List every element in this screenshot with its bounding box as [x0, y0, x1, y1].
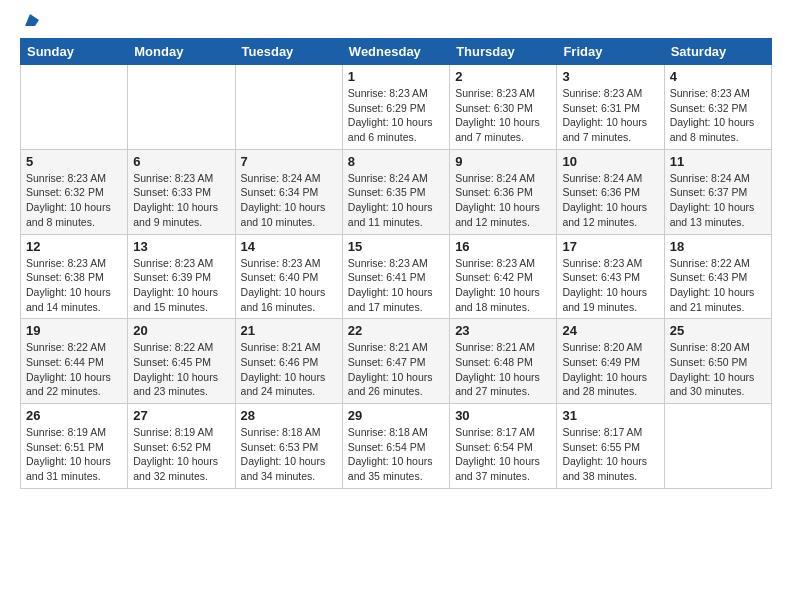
- weekday-header-saturday: Saturday: [664, 39, 771, 65]
- weekday-header-sunday: Sunday: [21, 39, 128, 65]
- day-info: Sunrise: 8:19 AM Sunset: 6:51 PM Dayligh…: [26, 425, 122, 484]
- day-number: 17: [562, 239, 658, 254]
- day-number: 23: [455, 323, 551, 338]
- weekday-header-wednesday: Wednesday: [342, 39, 449, 65]
- day-cell: 8Sunrise: 8:24 AM Sunset: 6:35 PM Daylig…: [342, 149, 449, 234]
- day-info: Sunrise: 8:17 AM Sunset: 6:55 PM Dayligh…: [562, 425, 658, 484]
- weekday-header-thursday: Thursday: [450, 39, 557, 65]
- day-cell: 13Sunrise: 8:23 AM Sunset: 6:39 PM Dayli…: [128, 234, 235, 319]
- day-info: Sunrise: 8:23 AM Sunset: 6:39 PM Dayligh…: [133, 256, 229, 315]
- day-number: 25: [670, 323, 766, 338]
- day-number: 1: [348, 69, 444, 84]
- day-number: 10: [562, 154, 658, 169]
- day-cell: 9Sunrise: 8:24 AM Sunset: 6:36 PM Daylig…: [450, 149, 557, 234]
- svg-marker-0: [25, 14, 39, 26]
- day-info: Sunrise: 8:23 AM Sunset: 6:40 PM Dayligh…: [241, 256, 337, 315]
- week-row-3: 12Sunrise: 8:23 AM Sunset: 6:38 PM Dayli…: [21, 234, 772, 319]
- day-cell: 25Sunrise: 8:20 AM Sunset: 6:50 PM Dayli…: [664, 319, 771, 404]
- day-number: 24: [562, 323, 658, 338]
- weekday-header-monday: Monday: [128, 39, 235, 65]
- day-cell: 18Sunrise: 8:22 AM Sunset: 6:43 PM Dayli…: [664, 234, 771, 319]
- day-number: 5: [26, 154, 122, 169]
- day-cell: 6Sunrise: 8:23 AM Sunset: 6:33 PM Daylig…: [128, 149, 235, 234]
- day-cell: 12Sunrise: 8:23 AM Sunset: 6:38 PM Dayli…: [21, 234, 128, 319]
- week-row-1: 1Sunrise: 8:23 AM Sunset: 6:29 PM Daylig…: [21, 65, 772, 150]
- day-info: Sunrise: 8:22 AM Sunset: 6:44 PM Dayligh…: [26, 340, 122, 399]
- day-number: 27: [133, 408, 229, 423]
- day-info: Sunrise: 8:23 AM Sunset: 6:42 PM Dayligh…: [455, 256, 551, 315]
- day-number: 28: [241, 408, 337, 423]
- day-info: Sunrise: 8:24 AM Sunset: 6:36 PM Dayligh…: [562, 171, 658, 230]
- day-cell: 17Sunrise: 8:23 AM Sunset: 6:43 PM Dayli…: [557, 234, 664, 319]
- day-number: 18: [670, 239, 766, 254]
- day-info: Sunrise: 8:21 AM Sunset: 6:48 PM Dayligh…: [455, 340, 551, 399]
- day-info: Sunrise: 8:24 AM Sunset: 6:36 PM Dayligh…: [455, 171, 551, 230]
- day-number: 16: [455, 239, 551, 254]
- week-row-4: 19Sunrise: 8:22 AM Sunset: 6:44 PM Dayli…: [21, 319, 772, 404]
- day-cell: 27Sunrise: 8:19 AM Sunset: 6:52 PM Dayli…: [128, 404, 235, 489]
- day-info: Sunrise: 8:23 AM Sunset: 6:31 PM Dayligh…: [562, 86, 658, 145]
- day-number: 8: [348, 154, 444, 169]
- day-cell: 26Sunrise: 8:19 AM Sunset: 6:51 PM Dayli…: [21, 404, 128, 489]
- day-cell: [235, 65, 342, 150]
- day-info: Sunrise: 8:23 AM Sunset: 6:41 PM Dayligh…: [348, 256, 444, 315]
- day-number: 7: [241, 154, 337, 169]
- day-info: Sunrise: 8:23 AM Sunset: 6:32 PM Dayligh…: [670, 86, 766, 145]
- day-info: Sunrise: 8:23 AM Sunset: 6:38 PM Dayligh…: [26, 256, 122, 315]
- header: [20, 16, 772, 28]
- day-info: Sunrise: 8:17 AM Sunset: 6:54 PM Dayligh…: [455, 425, 551, 484]
- day-cell: 14Sunrise: 8:23 AM Sunset: 6:40 PM Dayli…: [235, 234, 342, 319]
- day-number: 15: [348, 239, 444, 254]
- day-number: 3: [562, 69, 658, 84]
- day-number: 14: [241, 239, 337, 254]
- day-number: 2: [455, 69, 551, 84]
- day-number: 11: [670, 154, 766, 169]
- weekday-header-row: SundayMondayTuesdayWednesdayThursdayFrid…: [21, 39, 772, 65]
- day-number: 13: [133, 239, 229, 254]
- day-cell: [128, 65, 235, 150]
- day-number: 26: [26, 408, 122, 423]
- day-info: Sunrise: 8:21 AM Sunset: 6:47 PM Dayligh…: [348, 340, 444, 399]
- day-info: Sunrise: 8:21 AM Sunset: 6:46 PM Dayligh…: [241, 340, 337, 399]
- day-info: Sunrise: 8:23 AM Sunset: 6:29 PM Dayligh…: [348, 86, 444, 145]
- week-row-2: 5Sunrise: 8:23 AM Sunset: 6:32 PM Daylig…: [21, 149, 772, 234]
- week-row-5: 26Sunrise: 8:19 AM Sunset: 6:51 PM Dayli…: [21, 404, 772, 489]
- day-number: 29: [348, 408, 444, 423]
- day-cell: 1Sunrise: 8:23 AM Sunset: 6:29 PM Daylig…: [342, 65, 449, 150]
- day-number: 4: [670, 69, 766, 84]
- day-info: Sunrise: 8:24 AM Sunset: 6:37 PM Dayligh…: [670, 171, 766, 230]
- day-info: Sunrise: 8:23 AM Sunset: 6:32 PM Dayligh…: [26, 171, 122, 230]
- day-cell: [21, 65, 128, 150]
- day-cell: 16Sunrise: 8:23 AM Sunset: 6:42 PM Dayli…: [450, 234, 557, 319]
- logo-icon: [21, 12, 39, 30]
- day-info: Sunrise: 8:23 AM Sunset: 6:30 PM Dayligh…: [455, 86, 551, 145]
- weekday-header-tuesday: Tuesday: [235, 39, 342, 65]
- day-cell: 3Sunrise: 8:23 AM Sunset: 6:31 PM Daylig…: [557, 65, 664, 150]
- day-number: 12: [26, 239, 122, 254]
- day-cell: 30Sunrise: 8:17 AM Sunset: 6:54 PM Dayli…: [450, 404, 557, 489]
- day-number: 20: [133, 323, 229, 338]
- day-info: Sunrise: 8:22 AM Sunset: 6:43 PM Dayligh…: [670, 256, 766, 315]
- day-info: Sunrise: 8:20 AM Sunset: 6:49 PM Dayligh…: [562, 340, 658, 399]
- logo: [20, 16, 39, 28]
- day-info: Sunrise: 8:18 AM Sunset: 6:53 PM Dayligh…: [241, 425, 337, 484]
- day-cell: 4Sunrise: 8:23 AM Sunset: 6:32 PM Daylig…: [664, 65, 771, 150]
- day-cell: 10Sunrise: 8:24 AM Sunset: 6:36 PM Dayli…: [557, 149, 664, 234]
- day-cell: 21Sunrise: 8:21 AM Sunset: 6:46 PM Dayli…: [235, 319, 342, 404]
- weekday-header-friday: Friday: [557, 39, 664, 65]
- day-cell: 23Sunrise: 8:21 AM Sunset: 6:48 PM Dayli…: [450, 319, 557, 404]
- day-cell: 29Sunrise: 8:18 AM Sunset: 6:54 PM Dayli…: [342, 404, 449, 489]
- day-cell: 19Sunrise: 8:22 AM Sunset: 6:44 PM Dayli…: [21, 319, 128, 404]
- day-cell: 2Sunrise: 8:23 AM Sunset: 6:30 PM Daylig…: [450, 65, 557, 150]
- day-info: Sunrise: 8:23 AM Sunset: 6:43 PM Dayligh…: [562, 256, 658, 315]
- day-cell: [664, 404, 771, 489]
- day-number: 9: [455, 154, 551, 169]
- day-info: Sunrise: 8:23 AM Sunset: 6:33 PM Dayligh…: [133, 171, 229, 230]
- day-info: Sunrise: 8:18 AM Sunset: 6:54 PM Dayligh…: [348, 425, 444, 484]
- day-number: 19: [26, 323, 122, 338]
- day-cell: 22Sunrise: 8:21 AM Sunset: 6:47 PM Dayli…: [342, 319, 449, 404]
- day-number: 30: [455, 408, 551, 423]
- day-cell: 5Sunrise: 8:23 AM Sunset: 6:32 PM Daylig…: [21, 149, 128, 234]
- day-number: 31: [562, 408, 658, 423]
- day-number: 21: [241, 323, 337, 338]
